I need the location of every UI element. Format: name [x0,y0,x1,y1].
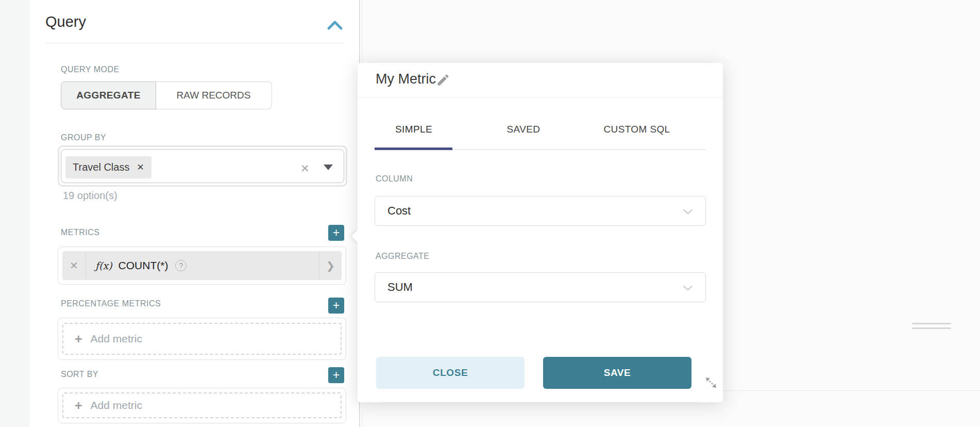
percentage-metrics-dropzone[interactable]: + Add metric [62,323,342,355]
popover-header-divider [358,97,723,97]
save-button[interactable]: SAVE [543,357,691,389]
metric-pill[interactable]: ✕ ƒ(x) COUNT(*) ? ❯ [62,251,342,280]
chevron-down-icon [683,209,693,215]
metric-remove-icon[interactable]: ✕ [62,251,86,280]
group-by-label: GROUP BY [61,133,106,142]
section-divider [45,43,344,43]
drag-handle-line [912,327,951,329]
query-section-title: Query [45,13,86,30]
metric-expand-icon[interactable]: ❯ [319,251,342,280]
query-mode-aggregate-button[interactable]: AGGREGATE [61,81,156,109]
group-by-options-count: 19 option(s) [63,190,117,202]
active-tab-indicator [375,147,452,150]
popover-resize-handle[interactable] [704,375,718,390]
metrics-label: METRICS [61,228,99,237]
percentage-metrics-label: PERCENTAGE METRICS [61,299,161,308]
sort-by-label: SORT BY [61,370,98,379]
query-mode-label: QUERY MODE [61,65,120,74]
aggregate-select-value: SUM [387,281,413,294]
chip-remove-icon[interactable]: ✕ [137,162,144,173]
plus-icon: + [333,300,340,311]
help-icon[interactable]: ? [175,260,187,271]
clear-all-icon[interactable]: ✕ [300,162,310,175]
aggregate-label: AGGREGATE [376,252,429,261]
add-metric-placeholder: Add metric [91,333,142,345]
popover-title: My Metric [376,71,436,87]
plus-icon: + [75,332,82,347]
plus-icon: + [333,369,340,381]
chevron-down-icon [683,285,693,291]
resize-diagonal-icon [704,375,718,390]
add-sort-by-button[interactable]: + [328,367,344,383]
metrics-container: ✕ ƒ(x) COUNT(*) ? ❯ [58,247,346,285]
panel-resize-handle[interactable] [912,323,951,331]
query-mode-raw-records-button[interactable]: RAW RECORDS [156,81,272,109]
popover-arrow [351,229,364,242]
column-label: COLUMN [376,174,413,184]
metric-edit-popover: My Metric SIMPLE SAVED CUSTOM SQL COLUMN… [358,63,723,402]
metric-pill-label: COUNT(*) [119,259,168,272]
add-percentage-metric-button[interactable]: + [328,298,344,314]
tab-saved[interactable]: SAVED [507,124,540,135]
drag-handle-line [912,323,951,324]
explore-view: Query QUERY MODE AGGREGATE RAW RECORDS G… [0,0,980,427]
add-metric-placeholder: Add metric [91,399,142,412]
collapse-query-section-button[interactable] [327,20,343,31]
close-button[interactable]: CLOSE [376,357,525,389]
column-select-value: Cost [387,204,411,218]
plus-icon: + [75,398,82,413]
group-by-chip[interactable]: Travel Class ✕ [65,156,151,178]
tab-custom-sql[interactable]: CUSTOM SQL [603,124,670,135]
caret-down-icon[interactable] [324,165,333,170]
left-gutter [0,0,30,427]
plus-icon: + [333,227,340,239]
group-by-chip-label: Travel Class [73,161,129,173]
add-metric-button[interactable]: + [328,225,344,241]
chevron-up-icon [327,20,343,31]
edit-metric-name-icon[interactable] [436,73,451,88]
tab-simple[interactable]: SIMPLE [395,124,432,135]
aggregate-select[interactable]: SUM [375,272,706,302]
function-icon: ƒ(x) [95,260,112,271]
sort-by-dropzone[interactable]: + Add metric [62,392,342,418]
column-select[interactable]: Cost [375,196,706,226]
